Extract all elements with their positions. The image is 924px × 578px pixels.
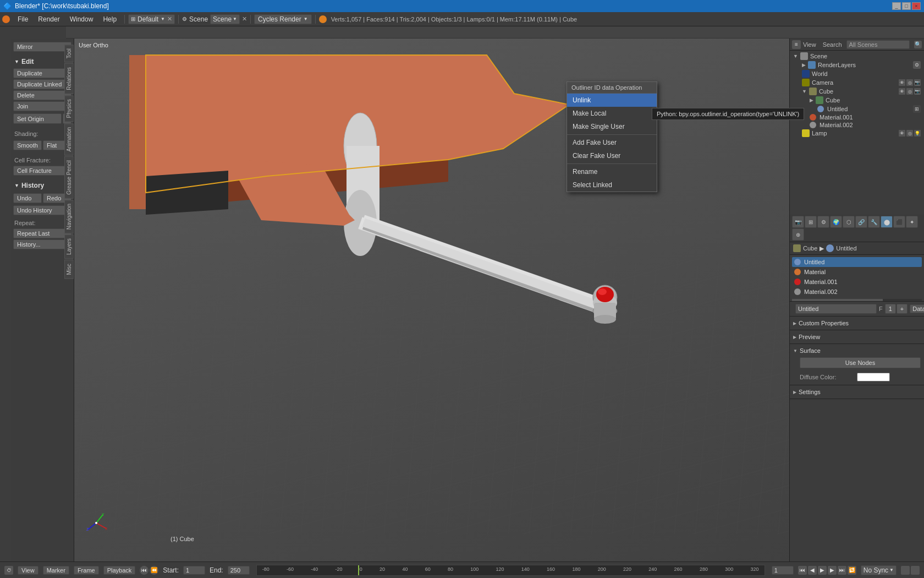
- tab-animation[interactable]: Animation: [64, 123, 74, 155]
- outliner-scene[interactable]: ▼ Scene: [791, 52, 923, 61]
- outliner-type-icon[interactable]: ≡: [792, 40, 801, 49]
- play-backward-icon[interactable]: ⏮: [140, 566, 148, 575]
- timeline-view[interactable]: View: [18, 566, 38, 575]
- sync-selector[interactable]: No Sync ▼: [861, 565, 897, 575]
- camera-render-icon[interactable]: 📷: [914, 79, 921, 86]
- render-layers-tab[interactable]: ⊞: [805, 216, 817, 228]
- outliner-lamp[interactable]: Lamp 👁 ◎ 💡: [791, 129, 923, 138]
- prev-keyframe-icon[interactable]: ⏪: [150, 566, 158, 575]
- texture-tab[interactable]: ⬛: [893, 216, 905, 228]
- tab-physics[interactable]: Physics: [64, 95, 74, 122]
- mat-new-button[interactable]: +: [897, 304, 908, 314]
- timeline-marker[interactable]: Marker: [43, 566, 69, 575]
- ctx-rename[interactable]: Rename: [567, 165, 657, 178]
- scene-x[interactable]: ✕: [242, 15, 247, 23]
- settings-title[interactable]: Settings: [793, 388, 921, 396]
- outliner-camera[interactable]: Camera 👁 ◎ 📷: [791, 78, 923, 87]
- search-icon[interactable]: 🔍: [914, 41, 922, 48]
- start-frame-input[interactable]: [183, 566, 205, 575]
- outliner-search[interactable]: All Scenes: [846, 40, 910, 49]
- history-section-title[interactable]: History: [13, 180, 72, 191]
- render-tab[interactable]: 📷: [792, 216, 804, 228]
- ctx-clear-fake-user[interactable]: Clear Fake User: [567, 149, 657, 162]
- duplicate-button[interactable]: Duplicate: [13, 68, 72, 78]
- lamp-select-icon[interactable]: ◎: [906, 130, 913, 137]
- workspace-selector[interactable]: ⊞ Default ▼ ✕: [128, 14, 175, 24]
- end-frame-input[interactable]: [228, 566, 250, 575]
- tab-misc[interactable]: Misc: [64, 260, 74, 279]
- ctx-select-linked[interactable]: Select Linked: [567, 178, 657, 192]
- ctx-add-fake-user[interactable]: Add Fake User: [567, 136, 657, 149]
- jump-end-icon[interactable]: ⏭: [838, 566, 846, 575]
- set-origin-button[interactable]: Set Origin: [13, 113, 62, 124]
- delete-button[interactable]: Delete: [13, 90, 72, 100]
- tab-grease-pencil[interactable]: Grease Pencil: [64, 156, 74, 199]
- timeline-options-icon[interactable]: [911, 566, 920, 575]
- ctx-make-local[interactable]: Make Local: [567, 107, 657, 120]
- lamp-vis-icon[interactable]: 👁: [899, 130, 905, 137]
- material-name-input[interactable]: [795, 304, 877, 314]
- timeline-scrubber[interactable]: -80-60-40-200 20406080100 12014016018020…: [256, 565, 765, 576]
- renderlayers-settings[interactable]: ⚙: [913, 61, 921, 69]
- menu-render[interactable]: Render: [34, 14, 64, 24]
- use-nodes-button[interactable]: Use Nodes: [800, 357, 921, 368]
- smooth-button[interactable]: Smooth: [13, 140, 42, 150]
- particles-tab[interactable]: ✦: [906, 216, 918, 228]
- outliner-mat002[interactable]: Material.002: [791, 121, 923, 129]
- cube-select-icon[interactable]: ◎: [906, 88, 913, 95]
- play-icon[interactable]: ▶: [818, 566, 827, 575]
- outliner-untitled-mat[interactable]: Untitled ⊞: [791, 105, 923, 113]
- constraints-tab[interactable]: 🔗: [855, 216, 867, 228]
- step-forward-icon[interactable]: ▶: [828, 566, 837, 575]
- outliner-renderlayers[interactable]: ▶ RenderLayers ⚙: [791, 61, 923, 69]
- material-item-mat002[interactable]: Material.002: [792, 287, 922, 297]
- current-frame-input[interactable]: [772, 566, 794, 575]
- outliner-cube-mesh[interactable]: ▶ Cube: [791, 96, 923, 105]
- timeline-type-icon[interactable]: ⏱: [4, 566, 13, 575]
- minimize-button[interactable]: _: [892, 2, 901, 10]
- loop-icon[interactable]: 🔁: [848, 566, 856, 575]
- cube-vis-icon[interactable]: 👁: [899, 88, 905, 95]
- physics-tab[interactable]: ⊕: [792, 228, 804, 241]
- scene-tab[interactable]: ⚙: [817, 216, 829, 228]
- preview-title[interactable]: Preview: [793, 332, 921, 341]
- camera-vis-icon[interactable]: 👁: [899, 79, 905, 86]
- ctx-unlink[interactable]: Unlink: [567, 94, 657, 107]
- lamp-render-icon[interactable]: 💡: [914, 130, 921, 137]
- undo-button[interactable]: Undo: [13, 193, 42, 203]
- join-button[interactable]: Join: [13, 101, 72, 111]
- outliner-world[interactable]: World: [791, 69, 923, 78]
- timeline-frame[interactable]: Frame: [74, 566, 99, 575]
- outliner-mat001[interactable]: Material.001: [791, 113, 923, 121]
- renderer-selector[interactable]: Cycles Render ▼: [254, 14, 312, 24]
- duplicate-linked-button[interactable]: Duplicate Linked: [13, 79, 72, 89]
- camera-select-icon[interactable]: ◎: [906, 79, 913, 86]
- repeat-last-button[interactable]: Repeat Last: [13, 228, 72, 238]
- world-tab[interactable]: 🌍: [830, 216, 842, 228]
- tab-navigation[interactable]: Navigation: [64, 200, 74, 233]
- material-item-mat001[interactable]: Material.001: [792, 277, 922, 287]
- menu-window[interactable]: Window: [65, 14, 98, 24]
- modifiers-tab[interactable]: 🔧: [868, 216, 880, 228]
- custom-properties-title[interactable]: Custom Properties: [793, 319, 921, 328]
- maximize-button[interactable]: □: [902, 2, 911, 10]
- menu-help[interactable]: Help: [98, 14, 121, 24]
- workspace-close[interactable]: ✕: [167, 15, 172, 23]
- diffuse-color-swatch[interactable]: [857, 373, 890, 381]
- jump-start-icon[interactable]: ⏮: [798, 566, 807, 575]
- mirror-button[interactable]: Mirror: [13, 42, 72, 52]
- surface-title[interactable]: Surface: [793, 346, 921, 355]
- object-tab[interactable]: ⬡: [843, 216, 855, 228]
- cube-render-icon[interactable]: 📷: [914, 88, 921, 95]
- timeline-playback[interactable]: Playback: [103, 566, 136, 575]
- tab-tool[interactable]: Tool: [64, 45, 74, 62]
- tab-layers[interactable]: Layers: [64, 235, 74, 259]
- mat-users-button[interactable]: 1: [885, 304, 896, 314]
- scene-selector[interactable]: Scene▼: [210, 14, 240, 24]
- edit-section-title[interactable]: Edit: [13, 56, 72, 67]
- undo-history-button[interactable]: Undo History: [13, 205, 72, 215]
- untitled-mat-link[interactable]: ⊞: [913, 105, 921, 113]
- outliner-cube-obj[interactable]: ▼ Cube 👁 ◎ 📷: [791, 87, 923, 96]
- audio-icon[interactable]: [901, 566, 910, 575]
- material-item-untitled[interactable]: Untitled: [792, 257, 922, 267]
